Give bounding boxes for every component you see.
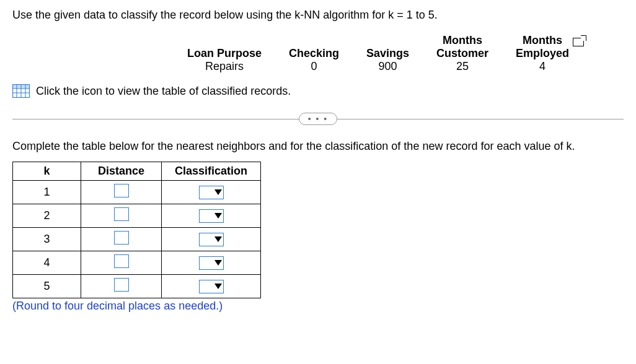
- distance-input[interactable]: [114, 231, 129, 245]
- classification-dropdown[interactable]: [199, 233, 224, 246]
- record-data-block: Loan Purpose Checking Savings Months Cus…: [12, 34, 624, 73]
- divider-line-right: [337, 119, 624, 119]
- header-loan-purpose: Loan Purpose: [174, 34, 275, 60]
- chevron-down-icon: [214, 284, 222, 289]
- table-icon[interactable]: [12, 84, 30, 98]
- chevron-down-icon: [214, 189, 222, 195]
- value-months-customer: 25: [423, 60, 502, 73]
- instruction-text: Use the given data to classify the recor…: [12, 9, 624, 22]
- knn-row: 3: [13, 228, 261, 251]
- classification-dropdown[interactable]: [199, 209, 224, 223]
- view-table-link-text[interactable]: Click the icon to view the table of clas…: [36, 85, 291, 98]
- chevron-down-icon: [214, 213, 222, 219]
- header-months-employed: Months Employed: [502, 34, 583, 60]
- knn-row: 5: [13, 275, 261, 298]
- knn-header-k: k: [13, 162, 81, 181]
- knn-k-value: 4: [13, 251, 81, 275]
- popout-icon[interactable]: [568, 35, 584, 48]
- header-savings: Savings: [353, 34, 423, 60]
- knn-header-distance: Distance: [81, 162, 162, 181]
- chevron-down-icon: [214, 236, 222, 242]
- knn-table: k Distance Classification 1 2 3 4 5: [12, 162, 261, 298]
- knn-row: 4: [13, 251, 261, 275]
- expand-pill[interactable]: • • •: [299, 113, 337, 125]
- knn-k-value: 1: [13, 181, 81, 204]
- distance-input[interactable]: [114, 278, 129, 292]
- value-months-employed: 4: [502, 60, 583, 73]
- view-table-link-row: Click the icon to view the table of clas…: [12, 84, 624, 98]
- chevron-down-icon: [214, 260, 222, 266]
- knn-row: 1: [13, 181, 261, 204]
- svg-rect-6: [13, 85, 30, 89]
- classification-dropdown[interactable]: [199, 186, 224, 199]
- knn-k-value: 2: [13, 204, 81, 228]
- value-loan-purpose: Repairs: [174, 60, 275, 73]
- value-savings: 900: [353, 60, 423, 73]
- record-table: Loan Purpose Checking Savings Months Cus…: [174, 34, 583, 73]
- distance-input[interactable]: [114, 254, 129, 268]
- value-checking: 0: [275, 60, 353, 73]
- rounding-note: (Round to four decimal places as needed.…: [12, 300, 624, 313]
- prompt-text: Complete the table below for the nearest…: [12, 140, 624, 153]
- divider-line-left: [12, 119, 299, 119]
- classification-dropdown[interactable]: [199, 280, 224, 293]
- knn-row: 2: [13, 204, 261, 228]
- distance-input[interactable]: [114, 207, 129, 221]
- classification-dropdown[interactable]: [199, 256, 224, 270]
- knn-k-value: 3: [13, 228, 81, 251]
- header-months-customer: Months Customer: [423, 34, 502, 60]
- knn-header-classification: Classification: [162, 162, 261, 181]
- section-divider: • • •: [12, 113, 624, 125]
- knn-k-value: 5: [13, 275, 81, 298]
- distance-input[interactable]: [114, 184, 129, 197]
- header-checking: Checking: [275, 34, 353, 60]
